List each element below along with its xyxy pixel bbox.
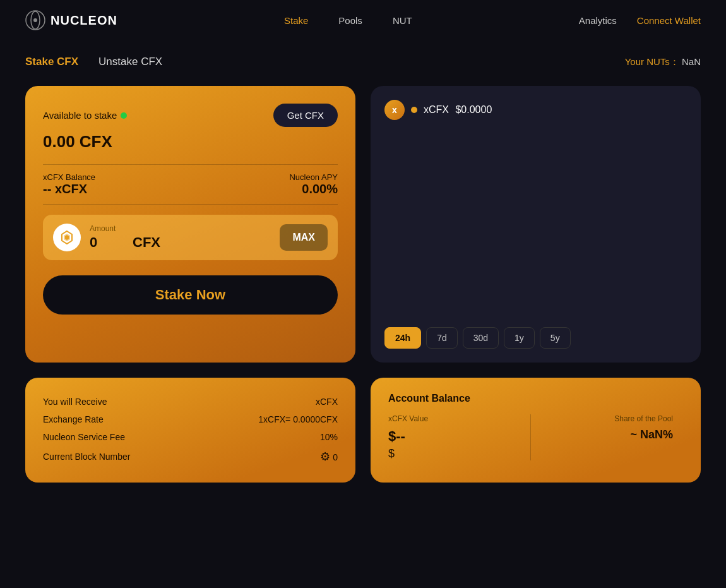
xcfx-balance-col: xCFX Balance -- xCFX (43, 172, 191, 196)
analytics-link[interactable]: Analytics (579, 15, 617, 26)
account-card: Account Balance xCFX Value $-- $ Share o… (371, 378, 701, 483)
amount-input-row: CFX (90, 234, 271, 251)
available-row: Available to stake Get CFX (43, 104, 338, 127)
balance-amount: 0.00 CFX (43, 132, 338, 152)
divider-2 (43, 204, 338, 205)
nav-nut[interactable]: NUT (393, 15, 412, 26)
time-btn-1y[interactable]: 1y (504, 327, 535, 349)
account-divider-1 (530, 414, 531, 460)
info-card: You will Receive xCFX Exchange Rate 1xCF… (25, 378, 355, 483)
available-text: Available to stake (43, 110, 117, 121)
max-button[interactable]: MAX (280, 224, 328, 251)
stake-now-button[interactable]: Stake Now (43, 275, 338, 315)
account-values: xCFX Value $-- $ Share of the Pool ~ NaN… (388, 414, 683, 460)
amount-label: Amount (90, 224, 271, 233)
xcfx-balance-label: xCFX Balance (43, 172, 191, 182)
xcfx-balance-value: -- xCFX (43, 182, 191, 196)
page-content: Stake CFX Unstake CFX Your NUTs： NaN Ava… (0, 40, 726, 508)
tabs-row: Stake CFX Unstake CFX Your NUTs： NaN (25, 53, 701, 71)
apy-label: Nucleon APY (191, 172, 338, 182)
time-btn-24h[interactable]: 24h (384, 327, 421, 349)
amount-box: Amount CFX MAX (43, 215, 338, 260)
info-value-fee: 10% (320, 432, 338, 442)
info-label-exchange: Exchange Rate (43, 414, 104, 424)
xcfx-chart-label: xCFX $0.0000 (424, 104, 492, 116)
chart-time-buttons: 24h 7d 30d 1y 5y (384, 327, 687, 349)
online-dot (121, 112, 127, 119)
logo-text: NUCLEON (51, 13, 117, 28)
info-row-block: Current Block Number ⚙ 0 (43, 446, 338, 467)
cfx-logo (53, 224, 81, 251)
navbar: NUCLEON Stake Pools NUT Analytics Connec… (0, 0, 726, 40)
tab-stake-cfx[interactable]: Stake CFX (25, 53, 78, 71)
currency-label: CFX (133, 234, 160, 251)
xcfx-coin-icon: x (384, 100, 405, 120)
info-value-exchange: 1xCFX= 0.0000CFX (258, 414, 338, 424)
block-number: 0 (333, 452, 338, 462)
block-icon: ⚙ (320, 450, 330, 463)
nav-links: Stake Pools NUT (284, 15, 412, 26)
available-label: Available to stake (43, 110, 127, 121)
stake-card: Available to stake Get CFX 0.00 CFX xCFX… (25, 86, 355, 363)
chart-area (384, 128, 687, 317)
xcfx-value-sub: $ (388, 447, 518, 460)
logo: NUCLEON (25, 10, 117, 30)
connect-wallet-button[interactable]: Connect Wallet (637, 15, 701, 26)
xcfx-value-label: xCFX Value (388, 414, 518, 423)
apy-value: 0.00% (191, 182, 338, 196)
share-value: ~ NaN% (544, 428, 673, 441)
amount-input[interactable] (90, 234, 128, 251)
apy-col: Nucleon APY 0.00% (191, 172, 338, 196)
divider-1 (43, 164, 338, 165)
info-label-block: Current Block Number (43, 452, 131, 462)
info-row-receive: You will Receive xCFX (43, 393, 338, 411)
info-row-exchange: Exchange Rate 1xCFX= 0.0000CFX (43, 411, 338, 428)
chart-header: x xCFX $0.0000 (384, 100, 687, 120)
info-label-receive: You will Receive (43, 397, 107, 407)
bottom-grid: You will Receive xCFX Exchange Rate 1xCF… (25, 378, 701, 483)
nav-right: Analytics Connect Wallet (579, 15, 701, 26)
time-btn-30d[interactable]: 30d (463, 327, 499, 349)
share-label: Share of the Pool (544, 414, 673, 423)
tab-unstake-cfx[interactable]: Unstake CFX (98, 53, 162, 71)
svg-point-2 (33, 18, 37, 22)
chart-card: x xCFX $0.0000 24h 7d 30d 1y 5y (371, 86, 701, 363)
get-cfx-button[interactable]: Get CFX (273, 104, 338, 127)
share-col: Share of the Pool ~ NaN% (533, 414, 683, 441)
info-label-fee: Nucleon Service Fee (43, 432, 125, 442)
nav-pools[interactable]: Pools (338, 15, 362, 26)
tab-group: Stake CFX Unstake CFX (25, 53, 162, 71)
nav-stake[interactable]: Stake (284, 15, 308, 26)
xcfx-dot (411, 107, 417, 113)
info-value-receive: xCFX (316, 397, 338, 407)
nuts-label: Your NUTs： (625, 56, 679, 67)
account-title: Account Balance (388, 393, 683, 404)
time-btn-7d[interactable]: 7d (426, 327, 458, 349)
main-grid: Available to stake Get CFX 0.00 CFX xCFX… (25, 86, 701, 363)
info-value-block: ⚙ 0 (320, 450, 338, 464)
xcfx-price: $0.0000 (455, 104, 492, 115)
xcfx-value-col: xCFX Value $-- $ (388, 414, 528, 460)
time-btn-5y[interactable]: 5y (540, 327, 571, 349)
xcfx-value-main: $-- (388, 428, 518, 445)
nuts-value: NaN (682, 56, 701, 67)
xcfx-apy-grid: xCFX Balance -- xCFX Nucleon APY 0.00% (43, 172, 338, 196)
amount-input-area: Amount CFX (90, 224, 271, 251)
nuts-display: Your NUTs： NaN (625, 56, 701, 68)
info-row-fee: Nucleon Service Fee 10% (43, 428, 338, 446)
